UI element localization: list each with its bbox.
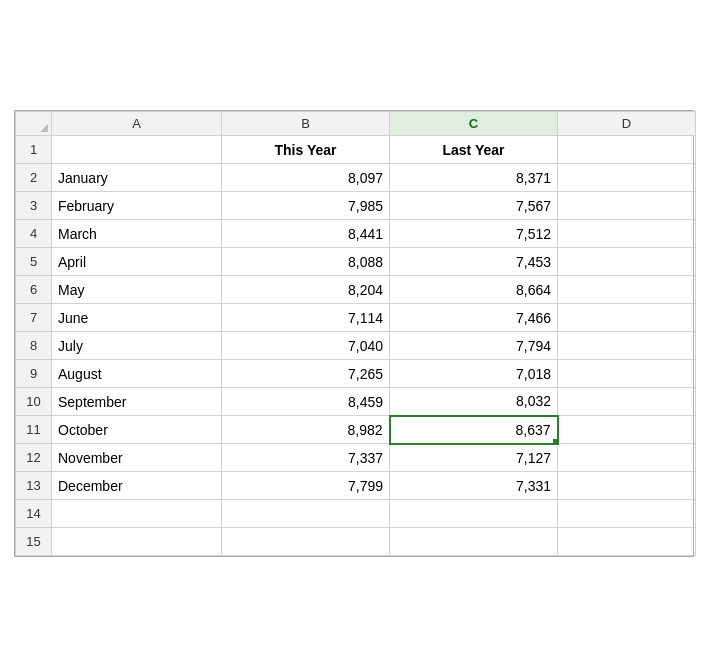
cell-a6[interactable]: May — [52, 276, 222, 304]
cell-c3[interactable]: 7,567 — [390, 192, 558, 220]
cell-c12[interactable]: 7,127 — [390, 444, 558, 472]
cell-c15[interactable] — [390, 528, 558, 556]
cell-b4[interactable]: 8,441 — [222, 220, 390, 248]
cell-a12[interactable]: November — [52, 444, 222, 472]
cell-a13[interactable]: December — [52, 472, 222, 500]
row-header-2[interactable]: 2 — [16, 164, 52, 192]
row-header-14[interactable]: 14 — [16, 500, 52, 528]
cell-c9[interactable]: 7,018 — [390, 360, 558, 388]
row-header-6[interactable]: 6 — [16, 276, 52, 304]
cell-c1[interactable]: Last Year — [390, 136, 558, 164]
row-header-13[interactable]: 13 — [16, 472, 52, 500]
cell-d11[interactable] — [558, 416, 696, 444]
column-header-b[interactable]: B — [222, 112, 390, 136]
cell-a15[interactable] — [52, 528, 222, 556]
table-row: 7June7,1147,466 — [16, 304, 696, 332]
cell-c7[interactable]: 7,466 — [390, 304, 558, 332]
cell-c6[interactable]: 8,664 — [390, 276, 558, 304]
cell-a14[interactable] — [52, 500, 222, 528]
column-header-c[interactable]: C — [390, 112, 558, 136]
cell-d14[interactable] — [558, 500, 696, 528]
cell-b8[interactable]: 7,040 — [222, 332, 390, 360]
cell-b5[interactable]: 8,088 — [222, 248, 390, 276]
cell-d1[interactable] — [558, 136, 696, 164]
row-header-4[interactable]: 4 — [16, 220, 52, 248]
cell-d12[interactable] — [558, 444, 696, 472]
cell-d13[interactable] — [558, 472, 696, 500]
table-row: 13December7,7997,331 — [16, 472, 696, 500]
cell-d3[interactable] — [558, 192, 696, 220]
cell-d5[interactable] — [558, 248, 696, 276]
row-header-1[interactable]: 1 — [16, 136, 52, 164]
cell-a1[interactable] — [52, 136, 222, 164]
row-header-15[interactable]: 15 — [16, 528, 52, 556]
table-row: 1This YearLast Year — [16, 136, 696, 164]
cell-d8[interactable] — [558, 332, 696, 360]
table-row: 6May8,2048,664 — [16, 276, 696, 304]
row-header-12[interactable]: 12 — [16, 444, 52, 472]
table-row: 10September8,4598,032 — [16, 388, 696, 416]
row-header-11[interactable]: 11 — [16, 416, 52, 444]
row-header-3[interactable]: 3 — [16, 192, 52, 220]
table-row: 3February7,9857,567 — [16, 192, 696, 220]
cell-c4[interactable]: 7,512 — [390, 220, 558, 248]
table-row: 2January8,0978,371 — [16, 164, 696, 192]
cell-d15[interactable] — [558, 528, 696, 556]
cell-b1[interactable]: This Year — [222, 136, 390, 164]
row-header-9[interactable]: 9 — [16, 360, 52, 388]
cell-b10[interactable]: 8,459 — [222, 388, 390, 416]
cell-d4[interactable] — [558, 220, 696, 248]
cell-a9[interactable]: August — [52, 360, 222, 388]
cell-a3[interactable]: February — [52, 192, 222, 220]
cell-b9[interactable]: 7,265 — [222, 360, 390, 388]
cell-a10[interactable]: September — [52, 388, 222, 416]
cell-a8[interactable]: July — [52, 332, 222, 360]
cell-c14[interactable] — [390, 500, 558, 528]
cell-d6[interactable] — [558, 276, 696, 304]
table-row: 8July7,0407,794 — [16, 332, 696, 360]
row-header-7[interactable]: 7 — [16, 304, 52, 332]
cell-b2[interactable]: 8,097 — [222, 164, 390, 192]
cell-b12[interactable]: 7,337 — [222, 444, 390, 472]
row-header-10[interactable]: 10 — [16, 388, 52, 416]
cell-c5[interactable]: 7,453 — [390, 248, 558, 276]
cell-a11[interactable]: October — [52, 416, 222, 444]
table-row: 4March8,4417,512 — [16, 220, 696, 248]
table-row: 14 — [16, 500, 696, 528]
row-header-8[interactable]: 8 — [16, 332, 52, 360]
cell-d9[interactable] — [558, 360, 696, 388]
cell-c10[interactable]: 8,032 — [390, 388, 558, 416]
table-row: 12November7,3377,127 — [16, 444, 696, 472]
cell-b13[interactable]: 7,799 — [222, 472, 390, 500]
cell-b6[interactable]: 8,204 — [222, 276, 390, 304]
cell-b3[interactable]: 7,985 — [222, 192, 390, 220]
cell-d7[interactable] — [558, 304, 696, 332]
cell-a4[interactable]: March — [52, 220, 222, 248]
table-row: 9August7,2657,018 — [16, 360, 696, 388]
cell-a2[interactable]: January — [52, 164, 222, 192]
cell-b11[interactable]: 8,982 — [222, 416, 390, 444]
cell-b14[interactable] — [222, 500, 390, 528]
cell-b7[interactable]: 7,114 — [222, 304, 390, 332]
cell-a5[interactable]: April — [52, 248, 222, 276]
cell-b15[interactable] — [222, 528, 390, 556]
cell-a7[interactable]: June — [52, 304, 222, 332]
table-row: 11October8,9828,637 — [16, 416, 696, 444]
table-row: 15 — [16, 528, 696, 556]
cell-c2[interactable]: 8,371 — [390, 164, 558, 192]
column-header-d[interactable]: D — [558, 112, 696, 136]
row-header-5[interactable]: 5 — [16, 248, 52, 276]
spreadsheet: A B C D 1This YearLast Year2January8,097… — [14, 110, 694, 557]
corner-cell[interactable] — [16, 112, 52, 136]
cell-d10[interactable] — [558, 388, 696, 416]
table-row: 5April8,0887,453 — [16, 248, 696, 276]
cell-c8[interactable]: 7,794 — [390, 332, 558, 360]
column-header-a[interactable]: A — [52, 112, 222, 136]
cell-c13[interactable]: 7,331 — [390, 472, 558, 500]
cell-c11[interactable]: 8,637 — [390, 416, 558, 444]
cell-d2[interactable] — [558, 164, 696, 192]
